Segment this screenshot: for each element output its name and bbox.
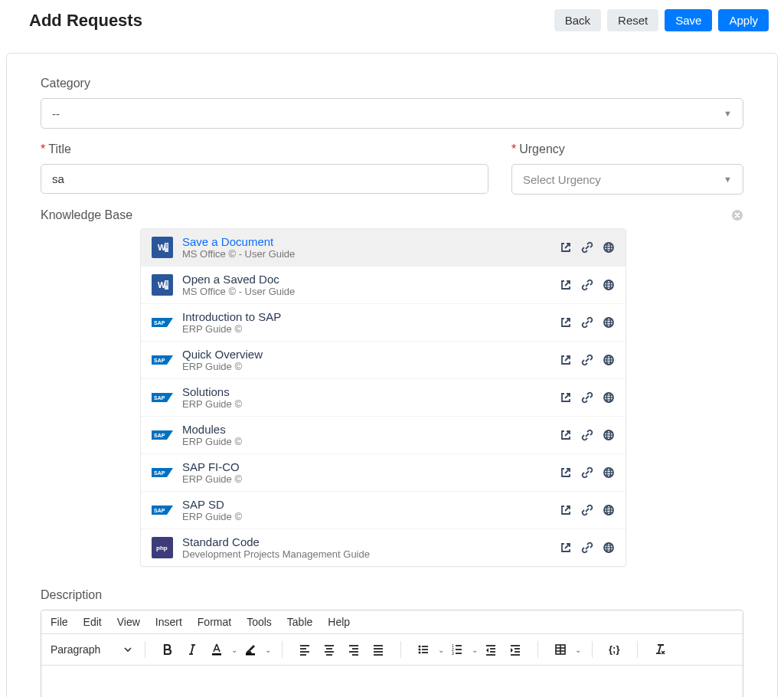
link-icon[interactable] [581,316,593,329]
kb-item[interactable]: SAPIntroduction to SAPERP Guide © [141,304,626,342]
reset-button[interactable]: Reset [607,9,658,31]
code-button[interactable]: {;} [603,639,626,660]
link-icon[interactable] [581,279,593,291]
kb-item-subtitle: ERP Guide © [182,361,560,372]
globe-icon[interactable] [603,241,615,254]
indent-button[interactable] [504,639,527,660]
link-icon[interactable] [581,542,593,554]
svg-line-54 [565,469,570,473]
menu-view[interactable]: View [117,616,140,628]
kb-item-actions [560,316,615,329]
svg-line-69 [565,544,570,548]
kb-item[interactable]: SAPModulesERP Guide © [141,417,626,454]
svg-text:SAP: SAP [154,508,165,513]
kb-item[interactable]: SAPSAP FI-COERP Guide © [141,454,626,492]
open-external-icon[interactable] [560,542,572,554]
globe-icon[interactable] [603,466,615,479]
menu-help[interactable]: Help [328,616,350,628]
align-left-button[interactable] [293,639,316,660]
menu-tools[interactable]: Tools [247,616,272,628]
kb-item[interactable]: phpStandard CodeDevelopment Projects Man… [141,529,626,566]
text-color-button[interactable] [205,639,228,660]
open-external-icon[interactable] [560,316,572,329]
kb-item[interactable]: SAPQuick OverviewERP Guide © [141,342,626,379]
kb-item-subtitle: ERP Guide © [182,511,560,522]
sap-icon: SAP [152,462,173,483]
globe-icon[interactable] [603,316,615,329]
kb-item[interactable]: WOpen a Saved DocMS Office © - User Guid… [141,267,626,304]
link-icon[interactable] [581,354,593,366]
kb-item-title: Open a Saved Doc [182,273,560,286]
kb-item-subtitle: ERP Guide © [182,436,560,447]
chevron-down-icon: ▼ [724,175,732,184]
align-right-button[interactable] [342,639,365,660]
align-center-button[interactable] [318,639,341,660]
urgency-placeholder: Select Urgency [523,173,601,186]
kb-item-title: SAP SD [182,498,560,511]
category-select[interactable]: -- ▼ [41,98,743,129]
open-external-icon[interactable] [560,504,572,516]
open-external-icon[interactable] [560,429,572,441]
table-button[interactable] [549,639,572,660]
menu-file[interactable]: File [51,616,68,628]
kb-item[interactable]: SAPSolutionsERP Guide © [141,379,626,417]
menu-format[interactable]: Format [198,616,231,628]
kb-item[interactable]: SAPSAP SDERP Guide © [141,492,626,529]
menu-edit[interactable]: Edit [83,616,102,628]
link-icon[interactable] [581,391,593,404]
outdent-button[interactable] [479,639,502,660]
align-justify-button[interactable] [367,639,390,660]
link-icon[interactable] [581,504,593,516]
bullet-list-button[interactable] [412,639,435,660]
globe-icon[interactable] [603,429,615,441]
menu-table[interactable]: Table [287,616,312,628]
title-label: *Title [41,142,488,156]
close-icon[interactable] [731,209,743,221]
editor-body[interactable] [41,666,743,697]
link-icon[interactable] [581,241,593,254]
kb-item-text: Introduction to SAPERP Guide © [182,310,560,335]
clear-format-button[interactable] [648,639,671,660]
open-external-icon[interactable] [560,466,572,479]
highlight-button[interactable] [239,639,262,660]
apply-button[interactable]: Apply [718,9,769,31]
globe-icon[interactable] [603,279,615,291]
globe-icon[interactable] [603,354,615,366]
open-external-icon[interactable] [560,391,572,404]
globe-icon[interactable] [603,542,615,554]
chevron-down-icon[interactable]: ⌄ [438,646,444,654]
chevron-down-icon[interactable]: ⌄ [265,646,271,654]
kb-item-title: Standard Code [182,535,560,548]
header-buttons: Back Reset Save Apply [554,9,769,31]
svg-text:{;}: {;} [609,643,619,655]
globe-icon[interactable] [603,504,615,516]
save-button[interactable]: Save [665,9,712,31]
sap-icon: SAP [152,387,173,408]
numbered-list-button[interactable]: 123 [446,639,469,660]
link-icon[interactable] [581,466,593,479]
italic-button[interactable] [181,639,204,660]
kb-item-actions [560,429,615,441]
open-external-icon[interactable] [560,241,572,254]
urgency-select[interactable]: Select Urgency ▼ [511,164,743,195]
editor-menubar: File Edit View Insert Format Tools Table… [41,610,743,634]
kb-item-text: ModulesERP Guide © [182,423,560,447]
php-icon: php [152,537,173,558]
kb-item[interactable]: WSave a DocumentMS Office © - User Guide [141,229,626,267]
globe-icon[interactable] [603,391,615,404]
back-button[interactable]: Back [554,9,601,31]
title-input[interactable] [41,164,488,194]
open-external-icon[interactable] [560,279,572,291]
open-external-icon[interactable] [560,354,572,366]
chevron-down-icon[interactable]: ⌄ [231,646,237,654]
chevron-down-icon[interactable]: ⌄ [472,646,478,654]
chevron-down-icon[interactable]: ⌄ [575,646,581,654]
kb-item-subtitle: ERP Guide © [182,398,560,410]
paragraph-select[interactable]: Paragraph [49,643,137,656]
kb-item-text: Open a Saved DocMS Office © - User Guide [182,273,560,297]
menu-insert[interactable]: Insert [155,616,182,628]
link-icon[interactable] [581,429,593,441]
svg-point-97 [419,649,421,651]
form-panel: Category -- ▼ *Title *Urgency Select Urg… [6,53,778,697]
bold-button[interactable] [156,639,179,660]
